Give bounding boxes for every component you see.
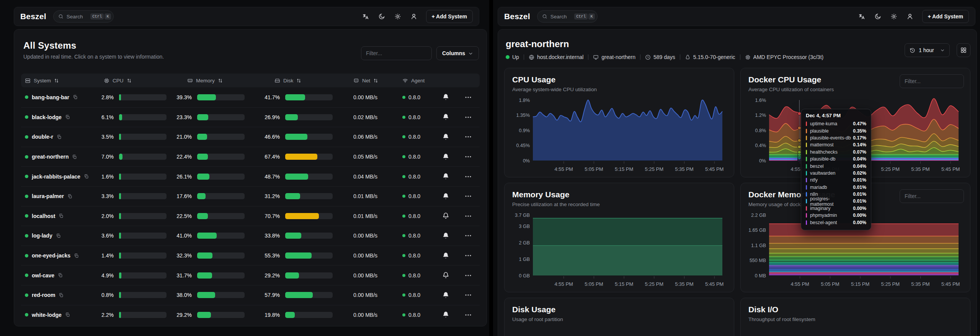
layout-grid-button[interactable] <box>957 43 970 57</box>
bell-filled-icon[interactable] <box>436 173 455 180</box>
row-menu-button[interactable] <box>455 172 481 181</box>
series-color-swatch <box>806 143 807 147</box>
table-row[interactable]: white-lodge2.2%29.2%19.8%0.00 MB/s0.8.0 <box>21 305 480 325</box>
copy-icon[interactable] <box>74 253 79 258</box>
column-header-net[interactable]: Net <box>348 78 398 84</box>
disk-value: 55.3% <box>261 252 280 259</box>
meter-fill <box>119 193 121 199</box>
system-name-cell: red-room <box>25 292 95 298</box>
meter-fill <box>119 94 121 100</box>
moon-icon[interactable] <box>378 13 385 20</box>
meter-fill <box>119 252 121 259</box>
row-menu-button[interactable] <box>455 93 481 102</box>
copy-icon[interactable] <box>56 233 61 238</box>
table-row[interactable]: great-northern7.0%22.4%67.4%0.05 MB/s0.8… <box>21 147 480 167</box>
row-menu-button[interactable] <box>455 251 481 260</box>
copy-icon[interactable] <box>59 293 64 298</box>
table-row[interactable]: owl-cave4.9%31.7%29.2%0.00 MB/s0.8.0 <box>21 265 480 285</box>
search-input[interactable]: Search Ctrl K <box>537 10 598 23</box>
column-header-memory[interactable]: Memory <box>173 78 261 84</box>
add-system-button[interactable]: + Add System <box>426 10 473 23</box>
row-menu-button[interactable] <box>455 311 481 319</box>
agent-status-dot <box>402 234 405 237</box>
docker-cpu-filter-input[interactable] <box>900 74 964 88</box>
row-menu-button[interactable] <box>455 152 481 161</box>
bell-filled-icon[interactable] <box>436 252 455 259</box>
bell-filled-icon[interactable] <box>436 232 455 239</box>
meter-track <box>197 174 245 180</box>
table-row[interactable]: log-lady3.6%41.0%33.8%0.00 MB/s0.8.0 <box>21 226 480 246</box>
bell-filled-icon[interactable] <box>436 292 455 299</box>
copy-icon[interactable] <box>72 154 77 159</box>
chart-subtitle: Average system-wide CPU utilization <box>512 87 726 92</box>
bell-filled-icon[interactable] <box>436 311 455 318</box>
table-row[interactable]: one-eyed-jacks1.4%32.3%55.3%0.00 MB/s0.8… <box>21 246 480 266</box>
copy-icon[interactable] <box>67 194 72 199</box>
column-header-cpu[interactable]: CPU <box>95 78 173 84</box>
copy-icon[interactable] <box>57 134 62 139</box>
chart-title: Disk I/O <box>748 305 962 314</box>
system-name: bang-bang-bar <box>32 94 69 100</box>
disk-cell: 46.6% <box>261 134 348 140</box>
svg-text:5:25 PM: 5:25 PM <box>645 166 663 172</box>
row-menu-button[interactable] <box>455 271 481 280</box>
moon-icon[interactable] <box>874 13 882 20</box>
copy-icon[interactable] <box>73 95 78 100</box>
columns-button[interactable]: Columns <box>436 46 479 60</box>
copy-icon[interactable] <box>65 115 70 120</box>
cpu-usage-chart[interactable]: 1.8%1.35%0.9%0.45%0%4:55 PM5:05 PM5:15 P… <box>512 96 726 175</box>
svg-text:0.45%: 0.45% <box>516 143 530 148</box>
column-header-system[interactable]: System <box>25 78 95 84</box>
row-menu-button[interactable] <box>455 231 481 240</box>
chevron-down-icon <box>940 48 945 52</box>
row-menu-button[interactable] <box>455 113 481 121</box>
net-value: 0.06 MB/s <box>348 134 398 140</box>
row-menu-button[interactable] <box>455 212 481 220</box>
row-menu-button[interactable] <box>455 192 481 200</box>
column-header-disk[interactable]: Disk <box>261 78 348 84</box>
bell-filled-icon[interactable] <box>436 133 455 141</box>
user-icon[interactable] <box>410 13 418 20</box>
copy-icon[interactable] <box>84 174 89 179</box>
bell-filled-icon[interactable] <box>436 193 455 200</box>
bell-outline-icon[interactable] <box>436 272 455 279</box>
docker-memory-filter-input[interactable] <box>900 189 964 203</box>
gear-icon[interactable] <box>394 13 402 20</box>
language-icon[interactable] <box>858 13 866 20</box>
gear-icon[interactable] <box>890 13 898 20</box>
series-color-swatch <box>806 129 807 133</box>
time-range-select[interactable]: 1 hour <box>905 43 950 57</box>
table-row[interactable]: laura-palmer3.3%17.6%31.2%0.01 MB/s0.8.0 <box>21 186 480 206</box>
table-row[interactable]: black-lodge6.1%23.3%26.9%0.02 MB/s0.8.0 <box>21 107 480 127</box>
row-menu-button[interactable] <box>455 133 481 141</box>
table-row[interactable]: bang-bang-bar2.8%39.3%41.7%0.00 MB/s0.8.… <box>21 87 480 107</box>
container-name: ntfy <box>810 177 818 183</box>
add-system-button[interactable]: + Add System <box>922 10 969 23</box>
container-name: plausible-db <box>810 156 835 162</box>
bell-outline-icon[interactable] <box>436 212 455 220</box>
table-filter-input[interactable] <box>361 46 432 60</box>
column-header-agent: Agent <box>398 78 436 84</box>
memory-usage-chart[interactable]: 3.7 GB3 GB2 GB1 GB0 GB4:55 PM5:05 PM5:15… <box>512 211 726 290</box>
net-value: 0.04 MB/s <box>348 174 398 180</box>
hostname-chip: host.docker.internal <box>529 54 583 60</box>
language-icon[interactable] <box>362 13 369 20</box>
ellipsis-icon <box>464 172 472 181</box>
system-name-cell: one-eyed-jacks <box>25 252 95 259</box>
memory-value: 23.3% <box>173 114 192 120</box>
user-icon[interactable] <box>906 13 914 20</box>
search-input[interactable]: Search Ctrl K <box>53 10 114 23</box>
bell-filled-icon[interactable] <box>436 113 455 121</box>
table-row[interactable]: jack-rabbits-palace1.6%26.1%48.7%0.04 MB… <box>21 166 480 186</box>
bell-filled-icon[interactable] <box>436 153 455 161</box>
row-menu-button[interactable] <box>455 291 481 299</box>
meter-track <box>285 292 333 298</box>
cpu-cell: 7.0% <box>95 154 173 160</box>
copy-icon[interactable] <box>59 213 64 218</box>
bell-filled-icon[interactable] <box>436 93 455 101</box>
table-row[interactable]: red-room0.8%38.0%57.9%0.00 MB/s0.8.0 <box>21 285 480 305</box>
copy-icon[interactable] <box>58 273 63 278</box>
table-row[interactable]: localhost2.0%22.5%70.7%0.01 MB/s0.8.0 <box>21 206 480 226</box>
table-row[interactable]: double-r3.5%21.0%46.6%0.06 MB/s0.8.0 <box>21 127 480 147</box>
copy-icon[interactable] <box>65 312 70 317</box>
